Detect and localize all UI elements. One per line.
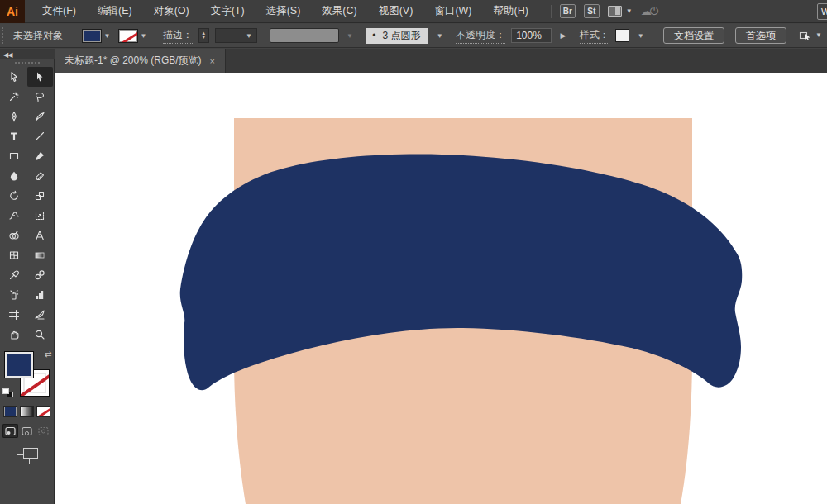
free-transform-tool[interactable] xyxy=(27,206,53,226)
draw-behind-button[interactable] xyxy=(19,424,35,438)
menubar-divider xyxy=(551,5,552,18)
pen-tool[interactable] xyxy=(2,107,27,126)
menu-select[interactable]: 选择(S) xyxy=(256,0,312,22)
width-tool[interactable] xyxy=(2,206,27,226)
paint-type-buttons xyxy=(0,406,54,417)
blend-tool[interactable] xyxy=(27,265,53,285)
style-swatch[interactable] xyxy=(615,29,630,42)
preferences-button[interactable]: 首选项 xyxy=(735,27,786,44)
selection-tool[interactable] xyxy=(2,67,27,87)
menu-bar: Ai 文件(F) 编辑(E) 对象(O) 文字(T) 选择(S) 效果(C) 视… xyxy=(0,0,827,23)
screen-mode-button[interactable] xyxy=(17,448,38,464)
bridge-button[interactable]: Br xyxy=(560,4,576,18)
gradient-tool[interactable] xyxy=(27,245,53,265)
menu-window[interactable]: 窗口(W) xyxy=(423,0,482,22)
fill-color-swatch[interactable] xyxy=(82,29,102,43)
pencil-tool[interactable] xyxy=(27,107,53,126)
document-setup-button[interactable]: 文档设置 xyxy=(663,27,724,44)
opacity-arrow-icon[interactable]: ▶ xyxy=(557,28,569,43)
blob-brush-tool[interactable] xyxy=(2,166,27,186)
eraser-tool[interactable] xyxy=(27,166,53,186)
stock-button[interactable]: St xyxy=(584,4,600,18)
tools-panel-grip[interactable] xyxy=(15,62,40,64)
lasso-tool[interactable] xyxy=(27,87,53,107)
artboard-tool[interactable] xyxy=(2,305,27,325)
direct-selection-tool[interactable] xyxy=(27,67,53,87)
brush-chevron-icon[interactable]: ▼ xyxy=(434,29,445,43)
variable-width-chevron-icon[interactable]: ▼ xyxy=(345,29,356,43)
workspace-layout-button[interactable]: ▼ xyxy=(608,6,633,17)
column-graph-tool[interactable] xyxy=(27,285,53,305)
magic-wand-tool[interactable] xyxy=(2,87,27,107)
artwork xyxy=(55,73,827,504)
tools-panel: ⇄ xyxy=(0,59,55,504)
menu-view[interactable]: 视图(V) xyxy=(368,0,424,22)
color-button[interactable] xyxy=(3,406,17,417)
app-logo-icon: Ai xyxy=(0,0,25,23)
eyedropper-tool[interactable] xyxy=(2,265,27,285)
tool-grid xyxy=(0,67,54,345)
draw-inside-button[interactable] xyxy=(36,424,51,438)
chevron-down-icon: ▼ xyxy=(626,8,633,15)
artboard-canvas[interactable] xyxy=(55,73,827,504)
opacity-label[interactable]: 不透明度： xyxy=(456,28,505,44)
stroke-weight-stepper[interactable]: ▲▼ xyxy=(198,28,209,43)
workspace-switcher-partial[interactable]: W xyxy=(817,3,827,20)
hand-tool[interactable] xyxy=(2,325,27,345)
selection-status-label: 未选择对象 xyxy=(13,29,63,43)
chevron-down-icon: ▼ xyxy=(244,29,255,43)
paintbrush-tool[interactable] xyxy=(27,146,53,166)
document-tab[interactable]: 未标题-1* @ 200% (RGB/预览) × xyxy=(55,49,226,73)
chevron-down-icon: ▼ xyxy=(815,32,822,39)
draw-normal-button[interactable] xyxy=(2,424,18,438)
stroke-chevron-icon[interactable]: ▼ xyxy=(138,29,149,43)
style-label[interactable]: 样式： xyxy=(580,28,609,44)
control-bar: 未选择对象 ▼ ▼ 描边： ▲▼ ▼ ▼ • 3 点圆形 ▼ 不透明度： 100… xyxy=(0,24,827,48)
cloud-sync-icon[interactable]: ☁⏻ xyxy=(641,5,657,18)
brush-bullet-icon: • xyxy=(372,30,375,41)
workspace-layout-icon xyxy=(608,6,622,17)
zoom-tool[interactable] xyxy=(27,325,53,345)
shape-builder-tool[interactable] xyxy=(2,226,27,245)
mesh-tool[interactable] xyxy=(2,245,27,265)
selection-options-button[interactable]: ▼ xyxy=(799,29,822,42)
fill-chevron-icon[interactable]: ▼ xyxy=(102,29,112,43)
rotate-tool[interactable] xyxy=(2,186,27,206)
gradient-button[interactable] xyxy=(20,406,34,417)
collapse-panel-icon[interactable]: ◀◀ xyxy=(3,51,12,59)
fill-stroke-indicator: ⇄ xyxy=(2,349,52,401)
panel-grip[interactable] xyxy=(2,27,5,44)
stroke-color-swatch[interactable] xyxy=(118,29,138,43)
rectangle-tool[interactable] xyxy=(2,146,27,166)
brush-stroke-preview[interactable] xyxy=(270,28,339,43)
brush-definition-select[interactable]: • 3 点圆形 xyxy=(366,28,428,44)
type-tool[interactable] xyxy=(2,126,27,146)
slice-tool[interactable] xyxy=(27,305,53,325)
swap-fill-stroke-icon[interactable]: ⇄ xyxy=(45,349,51,359)
menu-file[interactable]: 文件(F) xyxy=(31,0,87,22)
stroke-weight-label[interactable]: 描边： xyxy=(163,28,193,44)
menu-edit[interactable]: 编辑(E) xyxy=(87,0,143,22)
symbol-sprayer-tool[interactable] xyxy=(2,285,27,305)
menu-effect[interactable]: 效果(C) xyxy=(311,0,367,22)
stroke-weight-select[interactable]: ▼ xyxy=(215,28,257,43)
opacity-input[interactable]: 100% xyxy=(511,28,552,43)
menu-type[interactable]: 文字(T) xyxy=(200,0,256,22)
none-button[interactable] xyxy=(36,406,50,417)
scale-tool[interactable] xyxy=(27,186,53,206)
menu-object[interactable]: 对象(O) xyxy=(143,0,200,22)
cursor-rect-icon xyxy=(799,29,812,42)
document-tab-bar: ◀◀ 未标题-1* @ 200% (RGB/预览) × xyxy=(0,49,827,73)
line-segment-tool[interactable] xyxy=(27,126,53,146)
document-tab-title: 未标题-1* @ 200% (RGB/预览) xyxy=(65,54,202,68)
menu-help[interactable]: 帮助(H) xyxy=(483,0,539,22)
default-fill-stroke-icon[interactable] xyxy=(2,388,13,397)
brush-name-label: 3 点圆形 xyxy=(382,29,420,43)
screen-mode-icon xyxy=(23,448,38,459)
perspective-grid-tool[interactable] xyxy=(27,226,53,245)
close-tab-icon[interactable]: × xyxy=(210,56,215,66)
drawing-mode-buttons xyxy=(0,424,54,438)
fill-indicator-swatch[interactable] xyxy=(4,351,34,378)
style-chevron-icon[interactable]: ▼ xyxy=(635,29,646,43)
